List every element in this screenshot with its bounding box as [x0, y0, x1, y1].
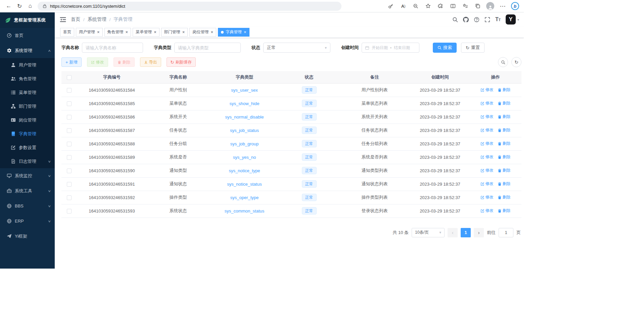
goto-page-input[interactable] [499, 228, 513, 237]
dict-name-input[interactable] [82, 43, 143, 53]
row-checkbox[interactable] [67, 88, 72, 93]
breadcrumb-home[interactable]: 首页 [71, 16, 80, 22]
bing-icon[interactable]: b [510, 1, 520, 11]
row-checkbox[interactable] [67, 101, 72, 106]
row-checkbox[interactable] [67, 128, 72, 133]
row-checkbox[interactable] [67, 169, 72, 173]
dict-type-link[interactable]: sys_job_group [230, 141, 259, 146]
row-delete-button[interactable]: 删除 [498, 127, 511, 133]
help-icon[interactable] [474, 17, 479, 22]
sidebar-item-role-mgmt[interactable]: 角色管理 [0, 72, 55, 86]
dict-type-link[interactable]: sys_show_hide [230, 101, 260, 106]
password-key-icon[interactable] [385, 1, 396, 11]
sidebar-item-monitor[interactable]: 系统监控 ∨ [0, 168, 55, 183]
sidebar-item-dict-mgmt[interactable]: 字典管理 [0, 127, 55, 141]
tag-user-mgmt[interactable]: 用户管理× [76, 28, 103, 37]
browser-menu-icon[interactable]: ⋯ [497, 1, 508, 11]
home-button[interactable]: ⌂ [25, 1, 36, 11]
tag-menu-mgmt[interactable]: 菜单管理× [133, 28, 159, 37]
refresh-table-button[interactable]: ↻ [511, 57, 521, 67]
close-icon[interactable]: × [211, 30, 213, 34]
tag-post-mgmt[interactable]: 岗位管理× [189, 28, 216, 37]
next-page-button[interactable]: › [474, 228, 484, 237]
date-range-picker[interactable]: 开始日期 - 结束日期 [362, 43, 419, 53]
address-bar[interactable]: https://ccnetcore.com:1101/system/dict [38, 2, 341, 11]
reload-button[interactable]: ↻ [14, 1, 25, 11]
zoom-out-icon[interactable] [410, 1, 421, 11]
row-edit-button[interactable]: 修改 [480, 114, 494, 120]
tag-dept-mgmt[interactable]: 部门管理× [161, 28, 188, 37]
row-checkbox[interactable] [67, 195, 72, 200]
tag-dict-mgmt[interactable]: 字典管理× [218, 28, 249, 37]
sidebar-item-system-mgmt[interactable]: 系统管理 ∧ [0, 43, 55, 58]
sidebar-item-log-mgmt[interactable]: 日志管理 ∨ [0, 154, 55, 168]
page-size-select[interactable]: 10条/页 ▾ [412, 228, 445, 237]
row-edit-button[interactable]: 修改 [480, 127, 494, 133]
refresh-cache-button[interactable]: ↻ 刷新缓存 [167, 57, 196, 67]
row-edit-button[interactable]: 修改 [480, 141, 494, 146]
row-delete-button[interactable]: 删除 [498, 208, 511, 214]
status-select[interactable]: 正常 ▾ [263, 43, 330, 53]
search-button[interactable]: 搜索 [433, 43, 457, 53]
dict-type-input[interactable] [174, 43, 241, 53]
read-aloud-icon[interactable]: A) [398, 1, 409, 11]
row-edit-button[interactable]: 修改 [480, 208, 494, 214]
sidebar-toggle-icon[interactable] [59, 16, 66, 23]
github-icon[interactable] [463, 17, 469, 22]
user-menu[interactable]: Y ▾ [506, 14, 519, 25]
delete-button[interactable]: 删除 [113, 57, 135, 67]
edit-button[interactable]: 修改 [87, 57, 108, 67]
dict-type-link[interactable]: sys_user_sex [231, 88, 258, 93]
search-icon[interactable] [452, 17, 458, 22]
add-favorite-icon[interactable] [423, 1, 433, 11]
font-size-icon[interactable]: TT [495, 17, 501, 22]
sidebar-item-dept-mgmt[interactable]: 部门管理 [0, 99, 55, 113]
sidebar-item-erp[interactable]: ERP ∨ [0, 214, 55, 229]
prev-page-button[interactable]: ‹ [448, 228, 458, 237]
sidebar-item-tools[interactable]: 系统工具 ∨ [0, 183, 55, 198]
row-delete-button[interactable]: 删除 [498, 114, 511, 120]
dict-type-link[interactable]: sys_normal_disable [225, 114, 264, 120]
close-icon[interactable]: × [244, 30, 246, 34]
row-delete-button[interactable]: 删除 [498, 181, 511, 187]
row-checkbox[interactable] [67, 182, 72, 187]
dict-type-link[interactable]: sys_job_status [230, 128, 259, 133]
page-1-button[interactable]: 1 [461, 228, 471, 237]
sidebar-item-post-mgmt[interactable]: 岗位管理 [0, 113, 55, 127]
tag-home[interactable]: 首页 [60, 28, 74, 37]
row-edit-button[interactable]: 修改 [480, 168, 494, 173]
dict-type-link[interactable]: sys_notice_type [229, 168, 260, 173]
close-icon[interactable]: × [126, 30, 128, 34]
favorites-icon[interactable] [460, 1, 471, 11]
row-checkbox[interactable] [67, 115, 72, 120]
sidebar-item-menu-mgmt[interactable]: 菜单管理 [0, 86, 55, 99]
export-button[interactable]: 导出 [140, 57, 161, 67]
dict-type-link[interactable]: sys_yes_no [233, 155, 256, 160]
breadcrumb-system[interactable]: 系统管理 [88, 16, 106, 22]
split-screen-icon[interactable] [448, 1, 458, 11]
row-delete-button[interactable]: 删除 [498, 87, 511, 93]
toggle-search-button[interactable] [498, 57, 508, 67]
collections-icon[interactable] [472, 1, 483, 11]
close-icon[interactable]: × [154, 30, 156, 34]
dict-type-link[interactable]: sys_notice_status [227, 182, 262, 187]
row-delete-button[interactable]: 删除 [498, 141, 511, 146]
row-delete-button[interactable]: 删除 [498, 194, 511, 200]
sidebar-item-bbs[interactable]: BBS ∨ [0, 198, 55, 214]
app-logo[interactable]: 意框架管理系统 [0, 12, 55, 28]
row-edit-button[interactable]: 修改 [480, 154, 494, 160]
row-edit-button[interactable]: 修改 [480, 87, 494, 93]
row-delete-button[interactable]: 删除 [498, 100, 511, 106]
close-icon[interactable]: × [97, 30, 100, 34]
row-delete-button[interactable]: 删除 [498, 154, 511, 160]
sidebar-item-yi-framework[interactable]: Yi框架 [0, 229, 55, 244]
close-icon[interactable]: × [182, 30, 185, 34]
tag-role-mgmt[interactable]: 角色管理× [104, 28, 131, 37]
row-edit-button[interactable]: 修改 [480, 194, 494, 200]
row-delete-button[interactable]: 删除 [498, 168, 511, 173]
row-edit-button[interactable]: 修改 [480, 181, 494, 187]
row-checkbox[interactable] [67, 142, 72, 146]
add-button[interactable]: + 新增 [61, 57, 82, 67]
sidebar-item-user-mgmt[interactable]: 用户管理 [0, 58, 55, 72]
row-checkbox[interactable] [67, 209, 72, 214]
